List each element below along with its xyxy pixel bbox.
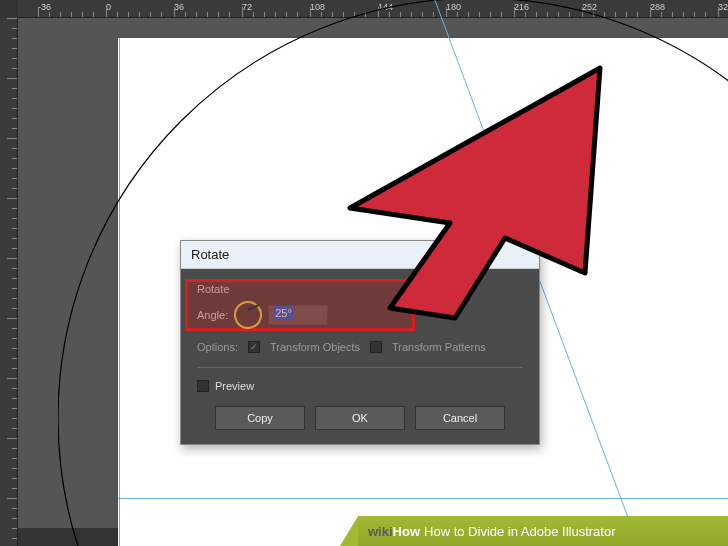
footer-banner: wikiHow How to Divide in Adobe Illustrat… <box>358 516 728 546</box>
angle-dial[interactable] <box>234 301 262 329</box>
transform-patterns-label: Transform Patterns <box>392 341 486 353</box>
transform-objects-label: Transform Objects <box>270 341 360 353</box>
footer-title: How to Divide in Adobe Illustrator <box>424 524 615 539</box>
ok-button[interactable]: OK <box>315 406 405 430</box>
preview-checkbox[interactable] <box>197 380 209 392</box>
ruler-horizontal: -3603672108144180216252288324 <box>18 0 728 18</box>
preview-label: Preview <box>215 380 254 392</box>
guide-vertical <box>119 38 120 546</box>
angle-input[interactable]: 25° <box>268 305 328 325</box>
options-label: Options: <box>197 341 238 353</box>
brand-how: How <box>393 524 420 539</box>
guide-horizontal <box>118 498 728 499</box>
angle-label: Angle: <box>197 309 228 321</box>
transform-objects-checkbox[interactable]: ✓ <box>248 341 260 353</box>
copy-button[interactable]: Copy <box>215 406 305 430</box>
ruler-vertical <box>0 18 18 546</box>
transform-patterns-checkbox[interactable] <box>370 341 382 353</box>
dialog-title: Rotate <box>181 241 539 269</box>
rotate-dialog: Rotate Rotate Angle: 25° Options: ✓ Tran… <box>180 240 540 445</box>
rotate-group-label: Rotate <box>197 283 523 295</box>
cancel-button[interactable]: Cancel <box>415 406 505 430</box>
brand-wiki: wiki <box>368 524 393 539</box>
